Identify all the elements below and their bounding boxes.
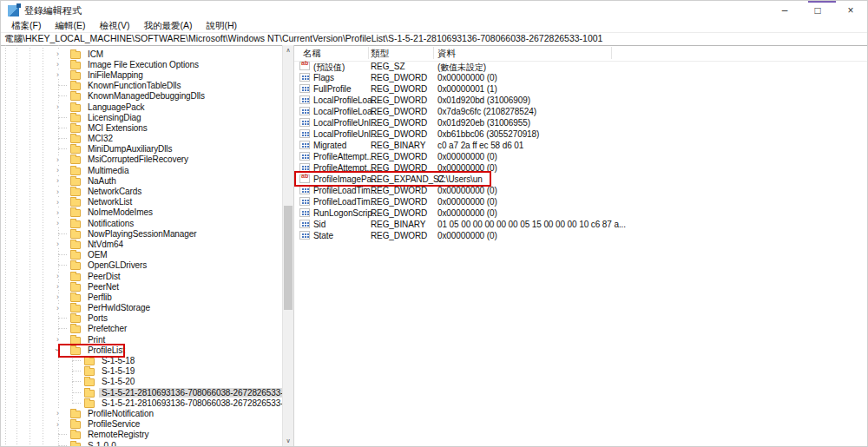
tree-item-inifilemapping[interactable]: IniFileMapping bbox=[1, 69, 282, 80]
chevron-right-icon[interactable] bbox=[53, 336, 70, 343]
column-separator[interactable] bbox=[433, 47, 434, 59]
tree-item-image-file-execution-options[interactable]: Image File Execution Options bbox=[1, 59, 282, 69]
column-separator[interactable] bbox=[368, 47, 369, 59]
value-row-localprofileloadtimelow[interactable]: LocalProfileLoa...REG_DWORD0x01d920bd (3… bbox=[294, 95, 867, 106]
tree-item-msicorruptedfilerecovery[interactable]: MsiCorruptedFileRecovery bbox=[1, 154, 282, 165]
tree-item-perhwidstorage[interactable]: PerHwIdStorage bbox=[1, 303, 282, 313]
scroll-down-icon[interactable]: ∨ bbox=[283, 436, 293, 446]
binary-dword-icon bbox=[299, 231, 310, 240]
tree-item-mci32[interactable]: MCI32 bbox=[1, 134, 282, 144]
tree-item-notifications[interactable]: Notifications bbox=[1, 218, 282, 228]
value-row-default[interactable]: (預設值)REG_SZ(數值未設定) bbox=[294, 61, 867, 72]
chevron-right-icon[interactable] bbox=[53, 199, 70, 206]
chevron-right-icon[interactable] bbox=[53, 410, 70, 417]
scrollbar-thumb[interactable] bbox=[284, 206, 293, 310]
tree-item-s-1-5-21-500[interactable]: S-1-5-21-2810693136-708066038-2672826533… bbox=[1, 398, 282, 408]
chevron-right-icon[interactable] bbox=[53, 71, 70, 78]
tree-item-profilenotification[interactable]: ProfileNotification bbox=[1, 408, 282, 418]
tree-item-s-1-5-21-1001-selected[interactable]: S-1-5-21-2810693136-708066038-2672826533… bbox=[1, 387, 282, 398]
tree-item-languagepack[interactable]: LanguagePack bbox=[1, 102, 282, 112]
value-row-localprofileloadtimehigh[interactable]: LocalProfileLoa...REG_DWORD0x7da9c6fc (2… bbox=[294, 106, 867, 117]
value-row-profileimagepath[interactable]: ProfileImagePa...REG_EXPAND_SZC:\Users\u… bbox=[294, 174, 867, 185]
column-header-name[interactable]: 名稱 bbox=[303, 48, 321, 60]
value-row-flags[interactable]: FlagsREG_DWORD0x00000000 (0) bbox=[294, 72, 867, 83]
chevron-right-icon[interactable] bbox=[53, 188, 70, 195]
value-row-profileloadtimehigh[interactable]: ProfileLoadTim...REG_DWORD0x00000000 (0) bbox=[294, 196, 867, 207]
chevron-right-icon[interactable] bbox=[53, 177, 70, 184]
tree-item-licensingdiag[interactable]: LicensingDiag bbox=[1, 112, 282, 122]
value-row-migrated[interactable]: MigratedREG_BINARYc0 a7 2a ff ec 58 d6 0… bbox=[294, 140, 867, 151]
tree-item-multimedia[interactable]: Multimedia bbox=[1, 165, 282, 175]
tree-item-prefetcher[interactable]: Prefetcher bbox=[1, 324, 282, 334]
tree-item-profilelist[interactable]: ProfileList bbox=[1, 345, 282, 355]
chevron-right-icon[interactable] bbox=[53, 156, 70, 163]
tree-item-networklist[interactable]: NetworkList bbox=[1, 197, 282, 207]
tree-item-mci-extensions[interactable]: MCI Extensions bbox=[1, 122, 282, 133]
tree-item-nowplayingsessionmanager[interactable]: NowPlayingSessionManager bbox=[1, 228, 282, 239]
tree-item-label: NtVdm64 bbox=[85, 240, 126, 249]
menu-edit[interactable]: 編輯(E) bbox=[48, 20, 92, 32]
tree-item-profileservice[interactable]: ProfileService bbox=[1, 419, 282, 430]
chevron-right-icon[interactable] bbox=[53, 283, 70, 290]
column-header-data[interactable]: 資料 bbox=[437, 48, 456, 60]
scroll-up-icon[interactable]: ∧ bbox=[283, 45, 293, 56]
tree-item-knownmanageddebuggingdlls[interactable]: KnownManagedDebuggingDlls bbox=[1, 91, 282, 102]
menu-favorites[interactable]: 我的最愛(A) bbox=[136, 20, 199, 32]
tree-item-naauth[interactable]: NaAuth bbox=[1, 175, 282, 186]
folder-icon bbox=[70, 93, 81, 101]
tree-item-knownfunctiontabledlls[interactable]: KnownFunctionTableDlls bbox=[1, 81, 282, 91]
tree-item-opengldrivers[interactable]: OpenGLDrivers bbox=[1, 260, 282, 271]
chevron-right-icon[interactable] bbox=[53, 421, 70, 428]
chevron-right-icon[interactable] bbox=[53, 209, 70, 216]
menu-view[interactable]: 檢視(V) bbox=[92, 20, 136, 32]
tree-item-s-1-5-19[interactable]: S-1-5-19 bbox=[1, 366, 282, 377]
column-separator[interactable] bbox=[611, 47, 612, 59]
binary-dword-icon bbox=[299, 73, 310, 82]
tree-item-noimemodeimes[interactable]: NoImeModeImes bbox=[1, 207, 282, 218]
tree-item-peerdist[interactable]: PeerDist bbox=[1, 271, 282, 281]
chevron-right-icon[interactable] bbox=[53, 61, 70, 68]
value-row-profileattempted2[interactable]: ProfileAttempt...REG_DWORD0x00000000 (0) bbox=[294, 162, 867, 174]
value-row-fullprofile[interactable]: FullProfileREG_DWORD0x00000001 (1) bbox=[294, 83, 867, 95]
maximize-button[interactable]: □ bbox=[801, 1, 834, 20]
value-row-runlogonscriptsync[interactable]: RunLogonScrip...REG_DWORD0x00000000 (0) bbox=[294, 207, 867, 219]
tree-item-remoteregistry[interactable]: RemoteRegistry bbox=[1, 430, 282, 440]
chevron-right-icon[interactable] bbox=[53, 220, 70, 227]
minimize-button[interactable]: – bbox=[768, 1, 801, 20]
tree-item-oem[interactable]: OEM bbox=[1, 250, 282, 260]
value-row-sid[interactable]: SidREG_BINARY01 05 00 00 00 00 00 05 15 … bbox=[294, 219, 867, 230]
folder-icon bbox=[70, 188, 81, 196]
tree-item-s-1-5-20[interactable]: S-1-5-20 bbox=[1, 377, 282, 387]
value-row-profileloadtimelow[interactable]: ProfileLoadTim...REG_DWORD0x00000000 (0) bbox=[294, 185, 867, 196]
chevron-right-icon[interactable] bbox=[53, 293, 70, 300]
menu-help[interactable]: 說明(H) bbox=[199, 20, 244, 32]
tree-item-ntvdm64[interactable]: NtVdm64 bbox=[1, 239, 282, 249]
tree-item-minidumpauxiliarydlls[interactable]: MiniDumpAuxiliaryDlls bbox=[1, 144, 282, 154]
value-row-localprofileunloadtimehigh[interactable]: LocalProfileUnl...REG_DWORD0xb61bbc06 (3… bbox=[294, 128, 867, 140]
column-header-type[interactable]: 類型 bbox=[371, 48, 389, 60]
tree-item-peernet[interactable]: PeerNet bbox=[1, 281, 282, 292]
chevron-right-icon[interactable] bbox=[53, 240, 70, 247]
chevron-down-icon[interactable] bbox=[53, 346, 70, 353]
value-row-profileattempted1[interactable]: ProfileAttempt...REG_DWORD0x00000000 (0) bbox=[294, 151, 867, 162]
chevron-right-icon[interactable] bbox=[53, 103, 70, 110]
value-row-localprofileunloadtimelow[interactable]: LocalProfileUnl...REG_DWORD0x01d920eb (3… bbox=[294, 117, 867, 128]
tree-item-partial[interactable]: S-1-0-0 bbox=[1, 440, 282, 446]
chevron-right-icon[interactable] bbox=[53, 50, 70, 57]
tree-item-print[interactable]: Print bbox=[1, 334, 282, 345]
tree-vertical-scrollbar[interactable]: ∧ ∨ bbox=[282, 45, 293, 446]
tree-item-networkcards[interactable]: NetworkCards bbox=[1, 186, 282, 196]
menu-file[interactable]: 檔案(F) bbox=[4, 20, 48, 32]
chevron-right-icon[interactable] bbox=[53, 305, 70, 312]
tree-item-icm[interactable]: ICM bbox=[1, 49, 282, 59]
address-bar[interactable]: 電腦\HKEY_LOCAL_MACHINE\SOFTWARE\Microsoft… bbox=[1, 32, 867, 46]
close-button[interactable]: × bbox=[834, 1, 867, 20]
tree-item-perflib[interactable]: Perflib bbox=[1, 292, 282, 302]
tree-item-label: KnownManagedDebuggingDlls bbox=[85, 91, 207, 101]
value-row-state[interactable]: StateREG_DWORD0x00000000 (0) bbox=[294, 230, 867, 241]
value-data: 0xb61bbc06 (3055270918) bbox=[437, 129, 539, 139]
tree-item-s-1-5-18[interactable]: S-1-5-18 bbox=[1, 355, 282, 365]
tree-item-ports[interactable]: Ports bbox=[1, 313, 282, 324]
chevron-right-icon[interactable] bbox=[53, 167, 70, 174]
chevron-right-icon[interactable] bbox=[53, 273, 70, 279]
